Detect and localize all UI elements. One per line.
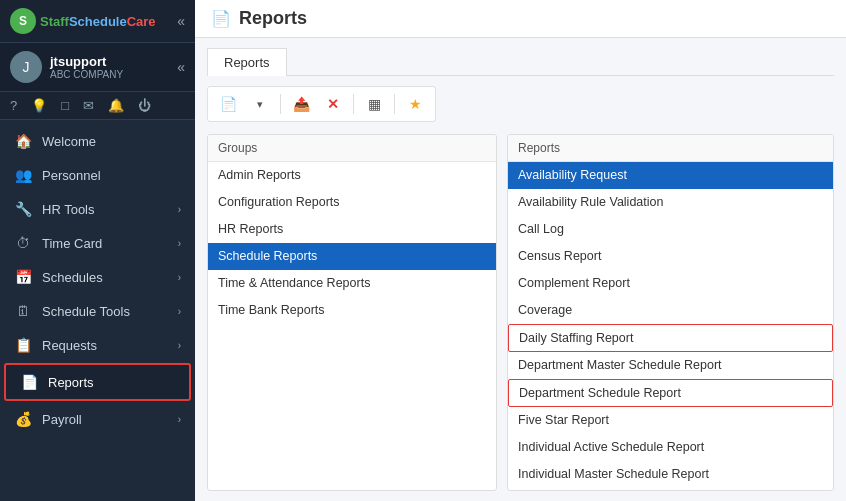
- groups-panel-header: Groups: [208, 135, 496, 162]
- schedule-tools-chevron: ›: [178, 306, 181, 317]
- grid-button[interactable]: ▦: [360, 91, 388, 117]
- sidebar-item-reports-label: Reports: [48, 375, 94, 390]
- toolbar: 📄 ▾ 📤 ✕ ▦ ★: [207, 86, 436, 122]
- reports-icon: 📄: [20, 374, 38, 390]
- schedule-tools-icon: 🗓: [14, 303, 32, 319]
- dropdown-button[interactable]: ▾: [246, 91, 274, 117]
- page-title: Reports: [239, 8, 307, 29]
- timecard-icon: ⏱: [14, 235, 32, 251]
- reports-list-item[interactable]: Individual Master Schedule Report: [508, 461, 833, 488]
- reports-list-item[interactable]: Individual Active Schedule Report: [508, 434, 833, 461]
- hrtools-icon: 🔧: [14, 201, 32, 217]
- requests-icon: 📋: [14, 337, 32, 353]
- reports-panel: Reports Availability RequestAvailability…: [507, 134, 834, 491]
- brand-header: S StaffScheduleCare «: [0, 0, 195, 43]
- reports-list-item[interactable]: Daily Staffing Report: [508, 324, 833, 352]
- sidebar-item-welcome-label: Welcome: [42, 134, 96, 149]
- avatar: J: [10, 51, 42, 83]
- reports-list-item[interactable]: Complement Report: [508, 270, 833, 297]
- sidebar-icon-bar: ? 💡 □ ✉ 🔔 ⏻: [0, 92, 195, 120]
- sidebar-item-schedule-tools-label: Schedule Tools: [42, 304, 130, 319]
- toolbar-separator-2: [353, 94, 354, 114]
- sidebar-item-requests-label: Requests: [42, 338, 97, 353]
- company-label: ABC COMPANY: [50, 69, 123, 80]
- sidebar-collapse-button[interactable]: «: [177, 13, 185, 29]
- payroll-chevron: ›: [178, 414, 181, 425]
- sidebar-item-welcome[interactable]: 🏠 Welcome: [0, 124, 195, 158]
- sidebar-item-hrtools-label: HR Tools: [42, 202, 95, 217]
- power-icon[interactable]: ⏻: [138, 98, 151, 113]
- sidebar-item-personnel[interactable]: 👥 Personnel: [0, 158, 195, 192]
- reports-list-item[interactable]: Census Report: [508, 243, 833, 270]
- reports-list-item[interactable]: Call Log: [508, 216, 833, 243]
- user-collapse-button[interactable]: «: [177, 59, 185, 75]
- export-button[interactable]: 📤: [287, 91, 315, 117]
- reports-panel-header: Reports: [508, 135, 833, 162]
- sidebar-item-personnel-label: Personnel: [42, 168, 101, 183]
- groups-list-item[interactable]: Time Bank Reports: [208, 297, 496, 324]
- delete-button[interactable]: ✕: [319, 91, 347, 117]
- sidebar-item-payroll-label: Payroll: [42, 412, 82, 427]
- mail-icon[interactable]: ✉: [83, 98, 94, 113]
- brand-icon: S: [10, 8, 36, 34]
- groups-list-item[interactable]: HR Reports: [208, 216, 496, 243]
- toolbar-separator-3: [394, 94, 395, 114]
- bell-icon[interactable]: 🔔: [108, 98, 124, 113]
- bulb-icon[interactable]: 💡: [31, 98, 47, 113]
- sidebar-item-schedule-tools[interactable]: 🗓 Schedule Tools ›: [0, 294, 195, 328]
- main-content: 📄 Reports Reports 📄 ▾ 📤 ✕ ▦ ★ Groups Adm…: [195, 0, 846, 501]
- panels-container: Groups Admin ReportsConfiguration Report…: [207, 134, 834, 491]
- sidebar-item-requests[interactable]: 📋 Requests ›: [0, 328, 195, 362]
- sidebar-item-timecard-label: Time Card: [42, 236, 102, 251]
- sidebar-item-schedules[interactable]: 📅 Schedules ›: [0, 260, 195, 294]
- help-icon[interactable]: ?: [10, 98, 17, 113]
- new-button[interactable]: 📄: [214, 91, 242, 117]
- groups-list-item[interactable]: Configuration Reports: [208, 189, 496, 216]
- reports-tab[interactable]: Reports: [207, 48, 287, 76]
- timecard-chevron: ›: [178, 238, 181, 249]
- page-header-icon: 📄: [211, 9, 231, 28]
- sidebar-item-hrtools[interactable]: 🔧 HR Tools ›: [0, 192, 195, 226]
- sidebar-nav: 🏠 Welcome 👥 Personnel 🔧 HR Tools › ⏱ Tim…: [0, 120, 195, 501]
- favorite-button[interactable]: ★: [401, 91, 429, 117]
- brand-logo: S StaffScheduleCare: [10, 8, 156, 34]
- hrtools-chevron: ›: [178, 204, 181, 215]
- reports-list-item[interactable]: Five Star Report: [508, 407, 833, 434]
- sidebar: S StaffScheduleCare « J jtsupport ABC CO…: [0, 0, 195, 501]
- reports-list-item[interactable]: Mass Messaging Report: [508, 488, 833, 490]
- personnel-icon: 👥: [14, 167, 32, 183]
- user-info: J jtsupport ABC COMPANY: [10, 51, 123, 83]
- reports-list-item[interactable]: Availability Rule Validation: [508, 189, 833, 216]
- groups-list-item[interactable]: Time & Attendance Reports: [208, 270, 496, 297]
- user-details: jtsupport ABC COMPANY: [50, 54, 123, 80]
- reports-list-item[interactable]: Coverage: [508, 297, 833, 324]
- sidebar-item-timecard[interactable]: ⏱ Time Card ›: [0, 226, 195, 260]
- reports-list-item[interactable]: Department Schedule Report: [508, 379, 833, 407]
- groups-list-item[interactable]: Admin Reports: [208, 162, 496, 189]
- welcome-icon: 🏠: [14, 133, 32, 149]
- payroll-icon: 💰: [14, 411, 32, 427]
- chat-icon[interactable]: □: [61, 98, 69, 113]
- reports-list-item[interactable]: Department Master Schedule Report: [508, 352, 833, 379]
- groups-list: Admin ReportsConfiguration ReportsHR Rep…: [208, 162, 496, 490]
- brand-name: StaffScheduleCare: [40, 14, 156, 29]
- sidebar-item-payroll[interactable]: 💰 Payroll ›: [0, 402, 195, 436]
- toolbar-separator-1: [280, 94, 281, 114]
- sidebar-item-reports[interactable]: 📄 Reports: [4, 363, 191, 401]
- schedules-icon: 📅: [14, 269, 32, 285]
- reports-list-item[interactable]: Availability Request: [508, 162, 833, 189]
- sidebar-item-schedules-label: Schedules: [42, 270, 103, 285]
- reports-list: Availability RequestAvailability Rule Va…: [508, 162, 833, 490]
- content-area: Reports 📄 ▾ 📤 ✕ ▦ ★ Groups Admin Reports…: [195, 38, 846, 501]
- groups-panel: Groups Admin ReportsConfiguration Report…: [207, 134, 497, 491]
- tab-bar: Reports: [207, 48, 834, 76]
- requests-chevron: ›: [178, 340, 181, 351]
- username-label: jtsupport: [50, 54, 123, 69]
- user-section: J jtsupport ABC COMPANY «: [0, 43, 195, 92]
- groups-list-item[interactable]: Schedule Reports: [208, 243, 496, 270]
- schedules-chevron: ›: [178, 272, 181, 283]
- page-header: 📄 Reports: [195, 0, 846, 38]
